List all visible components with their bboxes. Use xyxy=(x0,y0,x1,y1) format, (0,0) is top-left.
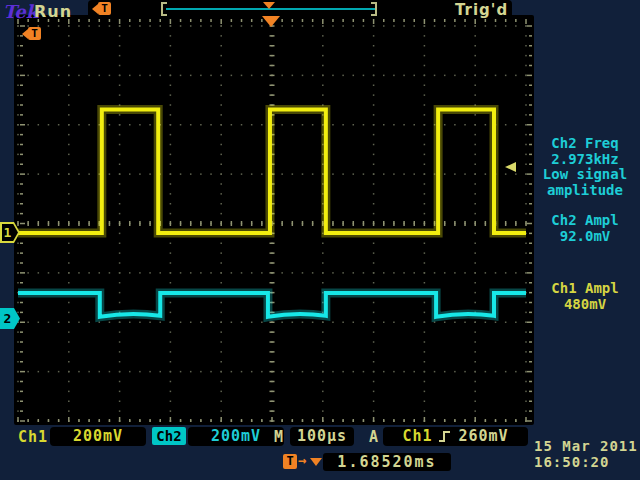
grid-dot xyxy=(261,173,263,175)
grid-dot xyxy=(525,312,527,314)
grid-dot xyxy=(220,252,222,254)
grid-dot xyxy=(292,371,294,373)
left-ruler-tick xyxy=(20,193,23,195)
grid-dot xyxy=(170,282,172,284)
center-axis-tick xyxy=(332,221,334,226)
grid-dot xyxy=(149,25,151,27)
grid-dot xyxy=(17,410,19,412)
grid-dot xyxy=(393,25,395,27)
grid-dot xyxy=(251,173,253,175)
bottom-ruler-tick xyxy=(515,419,517,422)
grid-dot xyxy=(109,371,111,373)
grid-dot xyxy=(190,173,192,175)
grid-dot xyxy=(88,124,90,126)
grid-dot xyxy=(88,173,90,175)
center-axis-tick xyxy=(270,35,275,37)
measurement-ch2-freq: Ch2 Freq 2.973kHz Low signal amplitude xyxy=(530,136,640,198)
center-axis-tick xyxy=(58,221,60,226)
grid-dot xyxy=(322,401,324,403)
grid-dot xyxy=(485,75,487,77)
grid-dot xyxy=(139,371,141,373)
grid-dot xyxy=(495,272,497,274)
grid-dot xyxy=(505,75,507,77)
grid-dot xyxy=(139,272,141,274)
grid-dot xyxy=(241,124,243,126)
grid-dot xyxy=(292,272,294,274)
center-axis-tick xyxy=(363,221,365,226)
bottom-ruler-tick xyxy=(332,419,334,422)
left-ruler-tick xyxy=(20,134,23,136)
grid-dot xyxy=(373,410,375,412)
right-ruler-tick xyxy=(527,371,532,373)
grid-dot xyxy=(38,173,40,175)
center-axis-tick xyxy=(281,221,283,226)
top-ruler-tick xyxy=(129,19,131,22)
grid-dot xyxy=(424,272,426,274)
ch2-ground-marker: 2 xyxy=(0,308,20,329)
grid-dot xyxy=(241,272,243,274)
grid-dot xyxy=(68,312,70,314)
grid-dot xyxy=(119,361,121,363)
grid-dot xyxy=(373,401,375,403)
grid-dot xyxy=(78,124,80,126)
grid-dot xyxy=(474,243,476,245)
grid-dot xyxy=(119,173,121,175)
grid-dot xyxy=(48,75,50,77)
grid-dot xyxy=(444,322,446,324)
left-ruler-tick xyxy=(20,104,23,106)
grid-dot xyxy=(17,213,19,215)
grid-dot xyxy=(505,124,507,126)
top-ruler-tick xyxy=(363,19,365,22)
grid-dot xyxy=(170,154,172,156)
bottom-ruler-tick xyxy=(302,419,304,422)
top-ruler-tick xyxy=(292,19,294,22)
grid-dot xyxy=(231,75,233,77)
grid-dot xyxy=(474,410,476,412)
grid-dot xyxy=(281,371,283,373)
grid-dot xyxy=(88,272,90,274)
grid-dot xyxy=(149,371,151,373)
top-ruler-tick xyxy=(505,19,507,22)
grid-dot xyxy=(373,282,375,284)
grid-dot xyxy=(17,154,19,156)
grid-dot xyxy=(373,252,375,254)
top-ruler-tick xyxy=(149,19,151,22)
grid-dot xyxy=(220,35,222,37)
grid-dot xyxy=(383,75,385,77)
grid-dot xyxy=(109,75,111,77)
grid-dot xyxy=(119,371,121,373)
grid-dot xyxy=(99,272,101,274)
center-axis-tick xyxy=(109,221,111,226)
grid-dot xyxy=(413,322,415,324)
ch1-ground-marker: 1 xyxy=(0,222,20,243)
grid-dot xyxy=(68,213,70,215)
grid-dot xyxy=(17,302,19,304)
grid-dot xyxy=(119,282,121,284)
grid-dot xyxy=(322,35,324,37)
right-ruler-tick xyxy=(529,262,532,264)
grid-dot xyxy=(68,25,70,27)
grid-dot xyxy=(119,302,121,304)
grid-dot xyxy=(403,25,405,27)
grid-dot xyxy=(525,213,527,215)
grid-dot xyxy=(393,371,395,373)
grid-dot xyxy=(68,391,70,393)
grid-dot xyxy=(322,351,324,353)
grid-dot xyxy=(424,371,426,373)
grid-dot xyxy=(139,25,141,27)
grid-dot xyxy=(424,331,426,333)
grid-dot xyxy=(220,183,222,185)
grid-dot xyxy=(68,75,70,77)
center-axis-tick xyxy=(373,221,375,226)
grid-dot xyxy=(424,243,426,245)
grid-dot xyxy=(210,371,212,373)
grid-dot xyxy=(68,381,70,383)
center-axis-tick xyxy=(270,252,275,254)
bottom-ruler-tick xyxy=(363,419,365,422)
grid-dot xyxy=(27,124,29,126)
bottom-ruler-tick xyxy=(119,417,121,422)
top-ruler-tick xyxy=(474,19,476,24)
grid-dot xyxy=(58,322,60,324)
grid-dot xyxy=(474,391,476,393)
grid-dot xyxy=(322,391,324,393)
